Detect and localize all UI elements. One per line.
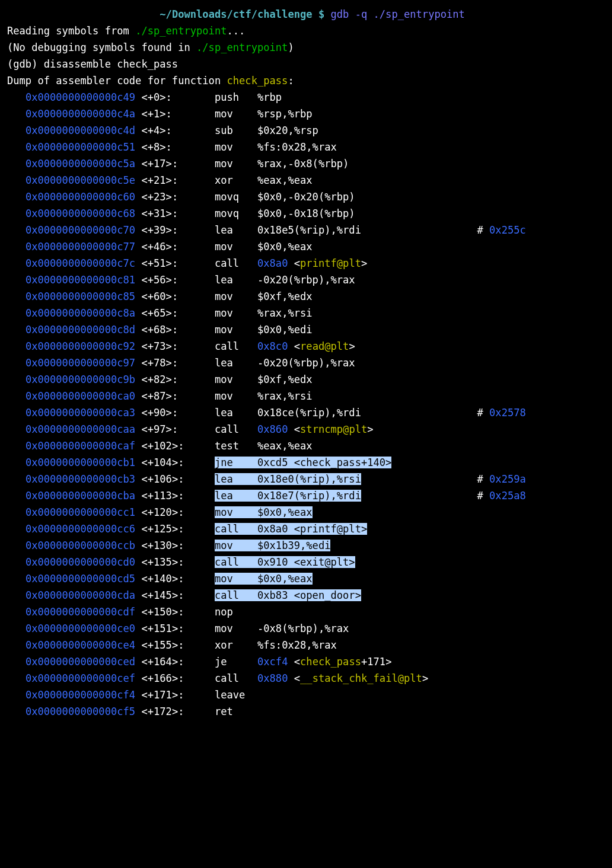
mnemonic: mov xyxy=(215,623,233,634)
address: 0x0000000000000ce0 xyxy=(26,623,135,634)
disasm-row: 0x0000000000000ced <+164>: je 0xcf4 <che… xyxy=(7,653,605,670)
operand: < xyxy=(288,656,300,668)
disasm-row: 0x0000000000000cc1 <+120>: mov $0x0,%eax xyxy=(7,504,605,521)
comment-address: 0x259a xyxy=(489,473,526,485)
operand: 0xcf4 xyxy=(257,656,288,668)
mnemonic: call xyxy=(215,257,239,269)
disasm-row: 0x0000000000000c60 <+23>: movq $0x0,-0x2… xyxy=(7,189,605,205)
address: 0x0000000000000ca0 xyxy=(26,390,135,402)
mnemonic: mov xyxy=(215,158,233,170)
operand: 0x18e7(%rip),%rdi xyxy=(257,490,361,502)
disasm-row: 0x0000000000000c4d <+4>: sub $0x20,%rsp xyxy=(7,122,605,139)
operand: +171> xyxy=(361,656,391,668)
mnemonic: mov xyxy=(215,573,257,585)
offset: <+135>: xyxy=(141,556,190,568)
comment-address: 0x255c xyxy=(489,224,526,236)
operand: $0xf,%edx xyxy=(257,374,313,385)
operand: < xyxy=(288,340,300,352)
mnemonic: lea xyxy=(215,473,257,485)
operand: %eax,%eax xyxy=(257,440,313,452)
disasm-row: 0x0000000000000cdf <+150>: nop xyxy=(7,604,605,620)
address: 0x0000000000000caf xyxy=(26,440,135,452)
disasm-row: 0x0000000000000cb3 <+106>: lea 0x18e0(%r… xyxy=(7,471,605,487)
disasm-row: 0x0000000000000ca3 <+90>: lea 0x18ce(%ri… xyxy=(7,404,605,421)
address: 0x0000000000000c92 xyxy=(26,340,135,352)
mnemonic: lea xyxy=(215,407,233,419)
address: 0x0000000000000cc1 xyxy=(26,506,135,518)
disasm-row: 0x0000000000000cf4 <+171>: leave xyxy=(7,687,605,703)
address: 0x0000000000000caa xyxy=(26,423,135,435)
operand: %fs:0x28,%rax xyxy=(257,639,337,651)
mnemonic: call xyxy=(215,672,239,684)
mnemonic: ret xyxy=(215,706,233,717)
offset: <+51>: xyxy=(141,257,190,269)
disasm-row: 0x0000000000000c5a <+17>: mov %rax,-0x8(… xyxy=(7,155,605,172)
disasm-row: 0x0000000000000c97 <+78>: lea -0x20(%rbp… xyxy=(7,355,605,371)
address: 0x0000000000000cdf xyxy=(26,606,135,618)
mnemonic: mov xyxy=(215,141,233,153)
disasm-row: 0x0000000000000cb1 <+104>: jne 0xcd5 <ch… xyxy=(7,454,605,471)
operand: $0x0,%edi xyxy=(257,324,313,336)
operand: 0x880 xyxy=(257,672,288,684)
operand: 0xb83 <open_door> xyxy=(257,589,361,601)
offset: <+130>: xyxy=(141,540,190,551)
address: 0x0000000000000cef xyxy=(26,672,135,684)
disasm-row: 0x0000000000000cf5 <+172>: ret xyxy=(7,703,605,720)
mnemonic: push xyxy=(215,91,239,103)
operand: < xyxy=(288,257,300,269)
disasm-row: 0x0000000000000c92 <+73>: call 0x8c0 <re… xyxy=(7,338,605,355)
mnemonic: leave xyxy=(215,689,245,701)
disasm-row: 0x0000000000000cef <+166>: call 0x880 <_… xyxy=(7,670,605,687)
offset: <+106>: xyxy=(141,473,190,485)
offset: <+140>: xyxy=(141,573,190,585)
mnemonic: mov xyxy=(215,324,233,336)
operand: < xyxy=(288,672,300,684)
offset: <+164>: xyxy=(141,656,190,668)
operand: -0x20(%rbp),%rax xyxy=(257,274,355,286)
disasm-row: 0x0000000000000c70 <+39>: lea 0x18e5(%ri… xyxy=(7,222,605,238)
offset: <+73>: xyxy=(141,340,190,352)
mnemonic: call xyxy=(215,556,257,568)
address: 0x0000000000000c9b xyxy=(26,374,135,385)
terminal-content: ~/Downloads/ctf/challenge $ gdb -q ./sp_… xyxy=(7,6,605,720)
offset: <+155>: xyxy=(141,639,190,651)
disasm-row: 0x0000000000000c77 <+46>: mov $0x0,%eax xyxy=(7,238,605,255)
disasm-row: 0x0000000000000c4a <+1>: mov %rsp,%rbp xyxy=(7,106,605,122)
disasm-row: 0x0000000000000cba <+113>: lea 0x18e7(%r… xyxy=(7,487,605,504)
address: 0x0000000000000c8a xyxy=(26,307,135,319)
disasm-row: 0x0000000000000c7c <+51>: call 0x8a0 <pr… xyxy=(7,255,605,272)
operand: > xyxy=(367,423,373,435)
address: 0x0000000000000c77 xyxy=(26,241,135,253)
mnemonic: lea xyxy=(215,274,233,286)
address: 0x0000000000000cda xyxy=(26,589,135,601)
offset: <+23>: xyxy=(141,191,190,203)
operand: strncmp@plt xyxy=(300,423,367,435)
offset: <+21>: xyxy=(141,174,190,186)
offset: <+166>: xyxy=(141,672,190,684)
operand: 0x8a0 xyxy=(257,257,288,269)
address: 0x0000000000000cf4 xyxy=(26,689,135,701)
address: 0x0000000000000cba xyxy=(26,490,135,502)
offset: <+8>: xyxy=(141,141,190,153)
terminal-output[interactable]: ~/Downloads/ctf/challenge $ gdb -q ./sp_… xyxy=(0,0,612,726)
address: 0x0000000000000cd5 xyxy=(26,573,135,585)
mnemonic: mov xyxy=(215,390,233,402)
operand: %rax,%rsi xyxy=(257,390,313,402)
operand: $0x1b39,%edi xyxy=(257,540,331,551)
offset: <+102>: xyxy=(141,440,190,452)
mnemonic: mov xyxy=(215,374,233,385)
operand: 0x860 xyxy=(257,423,288,435)
disasm-row: 0x0000000000000ce0 <+151>: mov -0x8(%rbp… xyxy=(7,620,605,637)
offset: <+90>: xyxy=(141,407,190,419)
offset: <+120>: xyxy=(141,506,190,518)
operand: > xyxy=(361,257,367,269)
offset: <+87>: xyxy=(141,390,190,402)
disasm-row: 0x0000000000000ccb <+130>: mov $0x1b39,%… xyxy=(7,537,605,554)
mnemonic: xor xyxy=(215,174,233,186)
mnemonic: movq xyxy=(215,191,239,203)
address: 0x0000000000000c51 xyxy=(26,141,135,153)
prompt-line: ~/Downloads/ctf/challenge $ gdb -q ./sp_… xyxy=(7,6,605,23)
offset: <+17>: xyxy=(141,158,190,170)
disasm-row: 0x0000000000000ca0 <+87>: mov %rax,%rsi xyxy=(7,388,605,404)
operand: 0x18e5(%rip),%rdi xyxy=(257,224,361,236)
